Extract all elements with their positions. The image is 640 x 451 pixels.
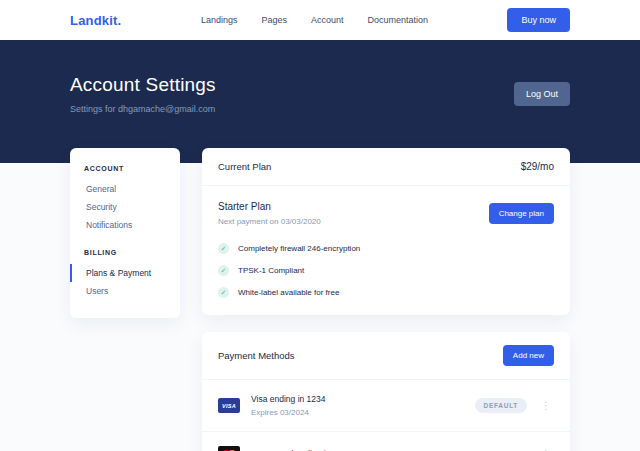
sidebar-heading-billing: Billing	[70, 249, 180, 256]
payment-method-text: Visa ending in 1234 Expires 03/2024	[251, 394, 464, 417]
feature-label: Completely firewall 246-encryption	[238, 244, 360, 253]
feature-item: ✓ Completely firewall 246-encryption	[218, 243, 554, 254]
nav-link-landings[interactable]: Landings	[201, 15, 238, 25]
nav-link-documentation[interactable]: Documentation	[367, 15, 428, 25]
default-badge: DEFAULT	[475, 398, 527, 413]
payment-method-row-mastercard: Mastercard ending in 1234 ⋮	[202, 431, 570, 451]
payment-methods-card: Payment Methods Add new VISA Visa ending…	[202, 332, 570, 451]
check-icon: ✓	[218, 265, 229, 276]
kebab-menu-icon[interactable]: ⋮	[538, 447, 554, 451]
plan-info: Starter Plan Next payment on 03/03/2020	[218, 201, 321, 226]
page-title: Account Settings	[70, 74, 216, 96]
current-plan-header: Current Plan $29/mo	[202, 148, 570, 186]
page-subtitle: Settings for dhgamache@gmail.com	[70, 104, 216, 114]
next-payment-text: Next payment on 03/03/2020	[218, 217, 321, 226]
nav-links: Landings Pages Account Documentation	[201, 15, 428, 25]
sidebar-item-general[interactable]: General	[70, 180, 180, 198]
check-icon: ✓	[218, 287, 229, 298]
sidebar-item-notifications[interactable]: Notifications	[70, 216, 180, 234]
current-plan-body: Starter Plan Next payment on 03/03/2020 …	[202, 186, 570, 315]
change-plan-button[interactable]: Change plan	[489, 203, 554, 224]
top-navbar: Landkit. Landings Pages Account Document…	[0, 0, 640, 40]
plan-row: Starter Plan Next payment on 03/03/2020 …	[218, 201, 554, 226]
kebab-menu-icon[interactable]: ⋮	[538, 399, 554, 413]
payment-methods-header: Payment Methods Add new	[202, 332, 570, 380]
sidebar-item-users[interactable]: Users	[70, 282, 180, 300]
feature-item: ✓ TPSK-1 Compliant	[218, 265, 554, 276]
add-new-button[interactable]: Add new	[503, 345, 554, 366]
nav-link-account[interactable]: Account	[311, 15, 344, 25]
payment-method-expiry: Expires 03/2024	[251, 408, 464, 417]
current-plan-card: Current Plan $29/mo Starter Plan Next pa…	[202, 148, 570, 315]
mastercard-card-icon	[218, 446, 240, 451]
hero-header: Account Settings Settings for dhgamache@…	[0, 40, 640, 163]
plan-name: Starter Plan	[218, 201, 321, 212]
feature-label: TPSK-1 Compliant	[238, 266, 304, 275]
content-area: Account General Security Notifications B…	[0, 148, 640, 451]
main-column: Current Plan $29/mo Starter Plan Next pa…	[202, 148, 570, 451]
buy-now-button[interactable]: Buy now	[507, 8, 570, 32]
log-out-button[interactable]: Log Out	[514, 82, 570, 106]
sidebar-item-plans-payment[interactable]: Plans & Payment	[70, 264, 180, 282]
payment-method-title: Visa ending in 1234	[251, 394, 464, 404]
sidebar-item-security[interactable]: Security	[70, 198, 180, 216]
current-plan-title: Current Plan	[218, 161, 271, 172]
feature-item: ✓ White-label available for free	[218, 287, 554, 298]
plan-price: $29/mo	[521, 161, 554, 172]
settings-sidebar: Account General Security Notifications B…	[70, 148, 180, 318]
feature-label: White-label available for free	[238, 288, 339, 297]
payment-methods-title: Payment Methods	[218, 350, 295, 361]
check-icon: ✓	[218, 243, 229, 254]
sidebar-heading-account: Account	[70, 165, 180, 172]
payment-method-row-visa: VISA Visa ending in 1234 Expires 03/2024…	[202, 380, 570, 431]
nav-link-pages[interactable]: Pages	[261, 15, 287, 25]
visa-card-icon: VISA	[218, 398, 240, 413]
feature-list: ✓ Completely firewall 246-encryption ✓ T…	[218, 243, 554, 298]
logo[interactable]: Landkit.	[70, 13, 121, 28]
hero-text: Account Settings Settings for dhgamache@…	[70, 74, 216, 114]
